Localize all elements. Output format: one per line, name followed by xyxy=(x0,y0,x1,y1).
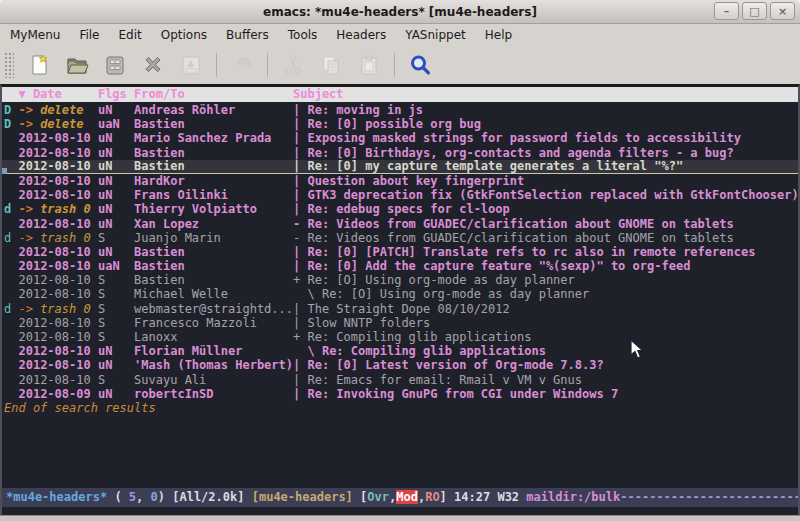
message-date: 2012-08-10 xyxy=(18,188,97,202)
menu-item-help[interactable]: Help xyxy=(485,28,512,42)
message-row[interactable]: 2012-08-10 uN Frans Oilinki | GTK3 depre… xyxy=(2,188,798,202)
open-file-icon[interactable] xyxy=(58,50,96,80)
modeline-segment: ( xyxy=(107,490,129,504)
message-sender: Francesco Mazzoli xyxy=(134,316,293,330)
menu-item-mymenu[interactable]: MyMenu xyxy=(10,28,60,42)
save-icon[interactable] xyxy=(96,50,134,80)
message-subject: | Exposing masked strings for password f… xyxy=(293,131,741,145)
modeline: *mu4e-headers* ( 5, 0) [All/2.0k] [mu4e-… xyxy=(2,488,798,507)
modeline-segment: [ xyxy=(353,490,367,504)
message-row[interactable]: 2012-08-10 S Francesco Mazzoli | Slow NN… xyxy=(2,316,798,330)
message-row[interactable]: 2012-08-10 uN Mario Sanchez Prada | Expo… xyxy=(2,131,798,145)
message-row[interactable]: 2012-08-10 uN Xan Lopez - Re: Videos fro… xyxy=(2,217,798,231)
message-row[interactable]: 2012-08-10 uaN Bastien | Re: [0] Add the… xyxy=(2,259,798,273)
close-button[interactable]: × xyxy=(770,2,795,20)
message-sender: Bastien xyxy=(134,245,293,259)
message-date: 2012-08-10 xyxy=(18,131,97,145)
mark-char: d xyxy=(4,231,18,245)
message-row[interactable]: d -> trash 0 S Juanjo Marin - Re: Videos… xyxy=(2,231,798,245)
menu-item-options[interactable]: Options xyxy=(161,28,207,42)
message-subject: | Re: Invoking GnuPG from CGI under Wind… xyxy=(293,387,618,401)
menu-item-yasnippet[interactable]: YASnippet xyxy=(405,28,466,42)
titlebar[interactable]: emacs: *mu4e-headers* [mu4e-headers] –□× xyxy=(0,0,800,24)
message-date: 2012-08-10 xyxy=(18,174,97,188)
mark-char xyxy=(4,245,18,259)
menu-item-tools[interactable]: Tools xyxy=(288,28,318,42)
message-row[interactable]: 2012-08-10 S Lanoxx + Re: Compiling glib… xyxy=(2,330,798,344)
message-row[interactable]: d -> trash 0 S webmaster@straightd...| T… xyxy=(2,302,798,316)
message-row[interactable]: 2012-08-10 uN Bastien | Re: [0] Birthday… xyxy=(2,146,798,160)
toolbar-separator xyxy=(267,53,268,77)
message-row[interactable]: 2012-08-10 uN Bastien | Re: [0] [PATCH] … xyxy=(2,245,798,259)
mu4e-headers-buffer[interactable]: D -> delete uN Andreas Röhler | Re: movi… xyxy=(2,102,798,488)
message-subject: + Re: Compiling glib applications xyxy=(293,330,531,344)
minimize-button[interactable]: – xyxy=(714,2,739,20)
message-subject: | Re: Emacs for email: Rmail v VM v Gnus xyxy=(293,373,582,387)
message-row[interactable]: 2012-08-10 uN HardKor | Question about k… xyxy=(2,174,798,188)
toolbar-grip[interactable] xyxy=(4,52,14,78)
message-subject: + Re: [O] Using org-mode as day planner xyxy=(293,273,575,287)
mark-target: delete xyxy=(33,117,98,131)
menu-item-file[interactable]: File xyxy=(79,28,99,42)
close-buffer-icon[interactable] xyxy=(134,50,172,80)
message-flags: uN xyxy=(98,174,134,188)
mark-char xyxy=(4,387,18,401)
message-date: 2012-08-09 xyxy=(18,387,97,401)
mark-target: delete xyxy=(33,103,98,117)
mark-char: D xyxy=(4,103,18,117)
header-columns: ▼ Date Flgs From/To Subject xyxy=(2,87,798,102)
message-sender: robertcInSD xyxy=(134,387,293,401)
message-row[interactable]: 2012-08-10 uN 'Mash (Thomas Herbert)| Re… xyxy=(2,358,798,372)
save-as-icon[interactable] xyxy=(172,50,210,80)
headers-header-line[interactable]: ▼ Date Flgs From/To Subject xyxy=(2,87,798,102)
message-date: 2012-08-10 xyxy=(18,316,97,330)
message-subject: | Re: [0] [PATCH] Translate refs to rc a… xyxy=(293,245,755,259)
message-row[interactable]: 2012-08-10 S Bastien + Re: [O] Using org… xyxy=(2,273,798,287)
message-row[interactable]: D -> delete uaN Bastien | Re: [0] possib… xyxy=(2,117,798,131)
message-flags: uN xyxy=(98,344,134,358)
message-sender: Bastien xyxy=(134,146,293,160)
copy-icon[interactable] xyxy=(312,50,350,80)
mark-target: trash 0 xyxy=(33,302,98,316)
message-row[interactable]: 2012-08-10 S Suvayu Ali | Re: Emacs for … xyxy=(2,373,798,387)
menu-item-headers[interactable]: Headers xyxy=(336,28,386,42)
mark-char xyxy=(4,217,18,231)
message-row[interactable]: 2012-08-10 uN Bastien | Re: [0] my captu… xyxy=(2,160,798,174)
emacs-frame: ▼ Date Flgs From/To Subject D -> delete … xyxy=(0,84,800,515)
message-flags: uN xyxy=(98,131,134,145)
paste-icon[interactable] xyxy=(350,50,388,80)
end-of-results-text: End of search results xyxy=(2,401,798,415)
message-row[interactable]: 2012-08-10 S Michael Welle \ Re: [O] Usi… xyxy=(2,287,798,301)
message-row[interactable]: 2012-08-09 uN robertcInSD | Re: Invoking… xyxy=(2,387,798,401)
menu-item-edit[interactable]: Edit xyxy=(119,28,142,42)
new-file-icon[interactable] xyxy=(20,50,58,80)
search-icon[interactable] xyxy=(401,50,439,80)
message-sender: Mario Sanchez Prada xyxy=(134,131,293,145)
cut-icon[interactable] xyxy=(274,50,312,80)
message-row[interactable]: d -> trash 0 uN Thierry Volpiatto | Re: … xyxy=(2,202,798,216)
modeline-segment: Mod xyxy=(396,490,418,504)
maximize-button[interactable]: □ xyxy=(742,2,767,20)
message-flags: S xyxy=(98,330,134,344)
toolbar xyxy=(0,46,800,84)
mark-char xyxy=(4,131,18,145)
mark-arrow: -> xyxy=(18,103,32,117)
message-subject: \ Re: [O] Using org-mode as day planner xyxy=(293,287,589,301)
mark-arrow: -> xyxy=(18,117,32,131)
fringe-indicator xyxy=(2,168,7,174)
mark-char: d xyxy=(4,202,18,216)
message-date: 2012-08-10 xyxy=(18,146,97,160)
message-date: 2012-08-10 xyxy=(18,330,97,344)
menu-item-buffers[interactable]: Buffers xyxy=(226,28,269,42)
message-flags: S xyxy=(98,302,134,316)
mark-char: d xyxy=(4,302,18,316)
message-subject: | Re: [0] Birthdays, org-contacts and ag… xyxy=(293,146,734,160)
message-subject: - Re: Videos from GUADEC/clarification a… xyxy=(293,231,734,245)
message-row[interactable]: 2012-08-10 uN Florian Müllner \ Re: Comp… xyxy=(2,344,798,358)
undo-icon[interactable] xyxy=(223,50,261,80)
mark-char xyxy=(4,287,18,301)
mark-arrow: -> xyxy=(18,202,32,216)
message-row[interactable]: D -> delete uN Andreas Röhler | Re: movi… xyxy=(2,103,798,117)
message-sender: Bastien xyxy=(134,117,293,131)
modeline-segment: 5 xyxy=(129,490,136,504)
